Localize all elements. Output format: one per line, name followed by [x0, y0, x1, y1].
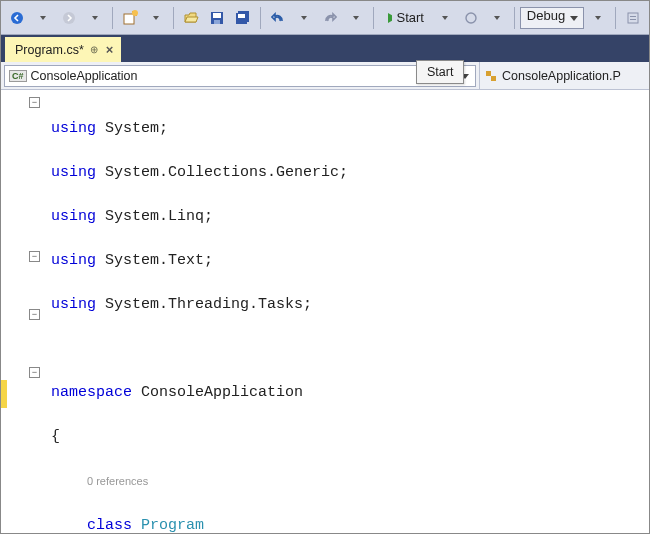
svg-point-10	[466, 13, 476, 23]
save-all-button[interactable]	[231, 6, 255, 30]
redo-dropdown[interactable]	[344, 6, 368, 30]
start-label: Start	[396, 10, 423, 25]
open-file-button[interactable]	[179, 6, 203, 30]
namespace-icon	[484, 69, 498, 83]
browser-select-button[interactable]	[459, 6, 483, 30]
new-project-button[interactable]	[118, 6, 142, 30]
svg-rect-11	[628, 13, 638, 23]
tab-filename: Program.cs*	[15, 43, 84, 57]
code-editor: − − − − using System; using System.Colle…	[1, 90, 649, 533]
start-dropdown[interactable]	[433, 6, 457, 30]
forward-dropdown[interactable]	[83, 6, 107, 30]
new-project-dropdown[interactable]	[144, 6, 168, 30]
find-in-files-button[interactable]	[621, 6, 645, 30]
tooltip: Start	[416, 60, 464, 84]
separator	[373, 7, 374, 29]
svg-rect-12	[630, 16, 636, 17]
svg-rect-2	[124, 14, 134, 24]
back-dropdown[interactable]	[31, 6, 55, 30]
config-value: Debug	[527, 8, 565, 23]
change-marker	[1, 380, 7, 408]
svg-rect-15	[491, 76, 496, 81]
forward-button[interactable]	[57, 6, 81, 30]
navigation-bar: C# ConsoleApplication ConsoleApplication…	[1, 62, 649, 90]
language-badge: C#	[9, 70, 27, 82]
fold-toggle[interactable]: −	[29, 367, 40, 378]
fold-toggle[interactable]: −	[29, 97, 40, 108]
fold-toggle[interactable]: −	[29, 251, 40, 262]
scope-text: ConsoleApplication	[31, 69, 138, 83]
code-area[interactable]: using System; using System.Collections.G…	[43, 90, 649, 533]
member-combo[interactable]: ConsoleApplication.P	[479, 62, 649, 89]
close-icon[interactable]: ×	[104, 42, 116, 57]
play-icon	[386, 12, 393, 24]
fold-toggle[interactable]: −	[29, 309, 40, 320]
svg-rect-14	[486, 71, 491, 76]
undo-dropdown[interactable]	[292, 6, 316, 30]
start-debug-button[interactable]: Start	[379, 6, 431, 30]
separator	[514, 7, 515, 29]
svg-rect-13	[630, 19, 636, 20]
svg-point-1	[63, 12, 75, 24]
undo-button[interactable]	[266, 6, 290, 30]
scope-combo[interactable]: C# ConsoleApplication	[4, 65, 476, 87]
document-tab-strip: Program.cs* ⊕ × Start	[1, 35, 649, 62]
svg-point-3	[132, 10, 138, 16]
svg-point-0	[11, 12, 23, 24]
separator	[615, 7, 616, 29]
document-tab-active[interactable]: Program.cs* ⊕ ×	[5, 37, 121, 62]
main-toolbar: Start Debug	[1, 1, 649, 35]
separator	[173, 7, 174, 29]
browser-dropdown[interactable]	[485, 6, 509, 30]
member-text: ConsoleApplication.P	[502, 69, 621, 83]
gutter: − − − −	[1, 90, 43, 533]
save-button[interactable]	[205, 6, 229, 30]
solution-config-combo[interactable]: Debug	[520, 7, 584, 29]
config-more-dropdown[interactable]	[586, 6, 610, 30]
svg-rect-6	[214, 20, 220, 24]
svg-rect-5	[213, 13, 221, 18]
back-button[interactable]	[5, 6, 29, 30]
redo-button[interactable]	[318, 6, 342, 30]
separator	[260, 7, 261, 29]
svg-rect-9	[238, 14, 245, 18]
separator	[112, 7, 113, 29]
pin-icon[interactable]: ⊕	[90, 44, 98, 55]
